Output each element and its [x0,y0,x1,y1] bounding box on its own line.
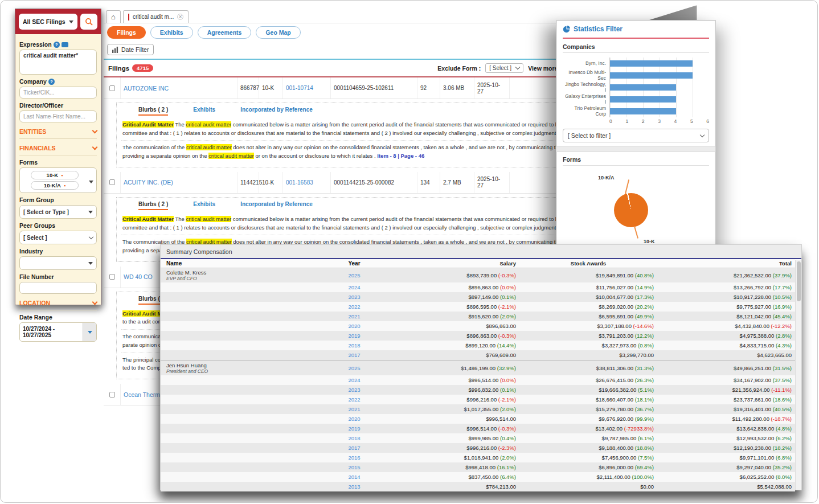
year-link[interactable]: 2021 [297,405,411,413]
forms-multiselect[interactable]: 10-K▪10-K/A▪ [19,167,97,193]
money-cell: $3,299,770.00 [519,351,657,359]
file-number-link[interactable]: 001-10714 [283,77,331,99]
chevron-down-icon [92,128,98,133]
year-link[interactable]: 2015 [297,463,411,472]
year-link[interactable]: 2023 [297,386,411,394]
row-checkbox[interactable] [109,85,115,91]
row-checkbox[interactable] [109,179,115,185]
pct-change: (16.1%) [496,464,516,470]
form-group-select[interactable]: [ Select or Type ] [19,205,97,219]
row-checkbox[interactable] [109,392,115,398]
year-link[interactable]: 2016 [297,453,411,462]
pct-change: (5.1%) [636,387,654,393]
money-cell: $5,542,088.00 [657,482,795,491]
money-cell: $3,307,188.00 (-14.6%) [519,322,657,330]
date-filter-button[interactable]: Date Filter [107,44,154,55]
remove-chip-icon[interactable]: ▪ [61,173,63,178]
incorporated-by-reference-tab[interactable]: Incorporated by Reference [240,106,313,116]
year-link[interactable]: 2020 [297,322,411,330]
scope-select[interactable]: All SEC Filings [19,14,77,30]
bar-row: Invesco Db Multi-Sec [563,69,709,81]
year-link[interactable]: 2023 [297,293,411,301]
search-doc-tab[interactable]: critical audit m... × [123,10,189,23]
year-link[interactable]: 2018 [297,434,411,442]
search-button[interactable] [80,14,97,30]
close-tab-icon[interactable]: × [177,14,183,20]
year-link[interactable]: 2017 [297,444,411,452]
person-name: Jen Hsun Huang [166,362,294,368]
company-link[interactable]: AUTOZONE INC [121,77,237,99]
tab-filings[interactable]: Filings [107,26,146,39]
blurb-item-page-ref[interactable]: Item - 8 | Page - 46 [377,153,424,159]
remove-chip-icon[interactable]: ▪ [64,183,65,189]
calendar-dropdown-button[interactable] [83,323,96,341]
form-chip[interactable]: 10-K▪ [31,171,79,179]
year-link[interactable]: 2020 [297,415,411,423]
director-input[interactable]: Last Name-First Name... [19,110,97,122]
col-name: Name [161,259,297,268]
person-cell [161,447,297,449]
year-link[interactable]: 2025 [297,364,411,372]
tab-exhibits[interactable]: Exhibits [150,26,193,39]
blurbs-tab[interactable]: Blurbs ( 2 ) [138,106,168,116]
year-link[interactable]: 2019 [297,331,411,340]
companies-filter-select[interactable]: [ Select to filter ] [563,129,709,142]
year-link[interactable]: 2022 [297,302,411,311]
chevron-down-icon [69,21,73,23]
money-cell: $19,849,891.00 (40.8%) [519,271,657,280]
expression-input[interactable]: critical audit matter* [19,50,97,75]
exhibits-tab[interactable]: Exhibits [193,106,215,116]
pie-shape[interactable] [614,193,648,227]
money-cell: $1,486,199.00 (32.9%) [411,364,519,372]
year-link[interactable]: 2014 [297,473,411,481]
tab-agreements[interactable]: Agreements [198,26,252,39]
pct-change: (-2.1%) [497,396,516,403]
money-cell: $9,676,920.00 (99.9%) [519,415,657,423]
year-link[interactable]: 2024 [297,283,411,292]
company-input[interactable]: Ticker/CIK... [19,87,97,99]
pct-change: (0.1%) [498,387,516,393]
year-link[interactable]: 2013 [297,482,411,491]
axis-tick: 5 [690,118,693,124]
money-cell: $896,863.00 (-0.3%) [411,331,519,340]
blurbs-tab[interactable]: Blurbs ( 2 ) [138,201,168,210]
year-link[interactable]: 2025 [297,271,411,280]
location-section-header[interactable]: LOCATION [19,300,97,310]
bar-value[interactable] [610,108,676,114]
year-link[interactable]: 2018 [297,341,411,350]
video-icon[interactable] [62,42,68,47]
industry-select[interactable] [19,256,97,270]
exhibits-tab[interactable]: Exhibits [193,201,215,210]
scrollbar[interactable] [795,260,801,490]
exclude-form-select[interactable]: [ Select ] [485,63,523,73]
chevron-down-icon [88,331,92,334]
entities-section-header[interactable]: ENTITIES [19,128,97,139]
financials-section-header[interactable]: FINANCIALS [19,145,97,155]
row-checkbox[interactable] [109,274,115,280]
year-link[interactable]: 2022 [297,395,411,404]
date-range-picker[interactable]: 10/27/2024 - 10/27/2025 [19,322,97,342]
home-tab[interactable]: ⌂ [106,10,121,23]
scrollbar-thumb[interactable] [797,261,801,301]
file-number-link[interactable]: 001-16583 [283,172,331,193]
company-link[interactable]: ACUITY INC. (DE) [121,172,237,193]
incorporated-by-reference-tab[interactable]: Incorporated by Reference [240,201,313,210]
form-chip[interactable]: 10-K/A▪ [31,181,79,190]
tab-geo-map[interactable]: Geo Map [256,26,300,39]
pct-change: (16.9%) [771,304,792,310]
bar-value[interactable] [610,96,676,103]
bar-value[interactable] [610,72,693,79]
file-number-input[interactable] [19,282,97,294]
help-icon[interactable]: ? [54,42,60,48]
bar-value[interactable] [610,84,676,91]
chevron-down-icon [88,211,93,214]
person-cell [161,335,297,337]
year-link[interactable]: 2024 [297,376,411,384]
bar-label: Byrn, Inc. [563,61,609,66]
help-icon[interactable]: ? [48,79,55,85]
year-link[interactable]: 2021 [297,312,411,321]
year-link[interactable]: 2017 [297,351,411,359]
peer-groups-select[interactable]: [ Select ] [19,231,97,244]
bar-value[interactable] [610,60,693,67]
year-link[interactable]: 2019 [297,424,411,433]
